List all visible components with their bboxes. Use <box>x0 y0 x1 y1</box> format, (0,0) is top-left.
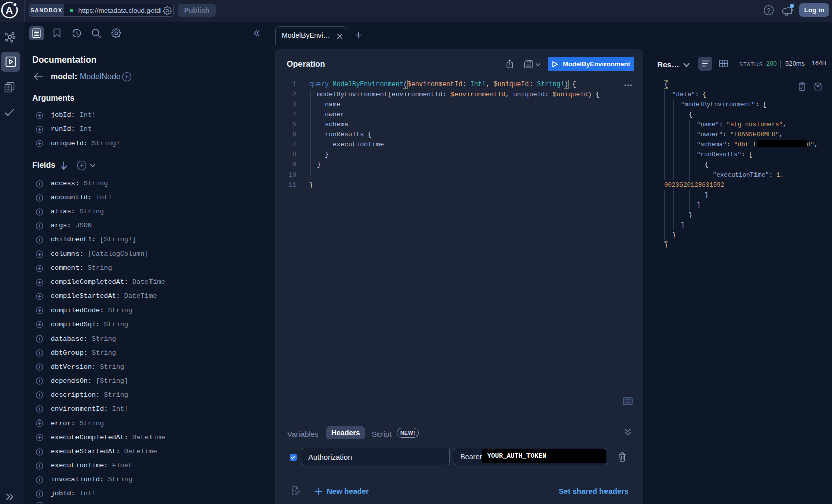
svg-text:?: ? <box>767 7 771 14</box>
svg-text:A: A <box>6 4 13 16</box>
